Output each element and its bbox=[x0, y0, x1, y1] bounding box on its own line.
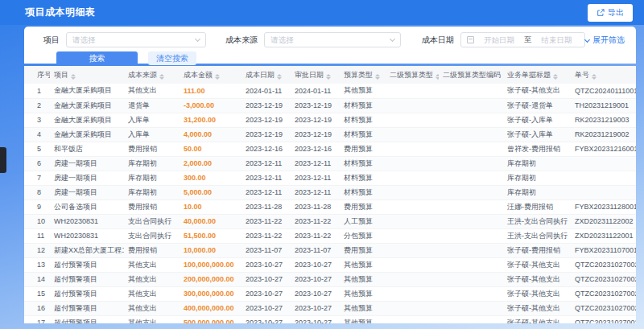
table-cell: 5 bbox=[24, 142, 50, 156]
export-button[interactable]: 导出 bbox=[588, 4, 633, 22]
table-cell bbox=[439, 199, 503, 214]
export-button-label: 导出 bbox=[608, 7, 624, 19]
drawer-handle[interactable] bbox=[0, 147, 6, 173]
table-cell: 超付预警项目 bbox=[50, 286, 124, 301]
clear-search-button[interactable]: 清空搜索 bbox=[148, 51, 196, 65]
table-cell bbox=[386, 272, 439, 286]
table-cell: 其他支出 bbox=[124, 301, 180, 315]
table-cell: 2023-12-19 bbox=[291, 98, 340, 113]
date-start-input[interactable] bbox=[478, 35, 520, 44]
table-cell: 2023-11-22 bbox=[291, 228, 340, 243]
table-cell: 王洪-支出合同执行 bbox=[503, 228, 571, 243]
table-cell: 2023-12-11 bbox=[291, 185, 340, 199]
table-row[interactable]: 15超付预警项目其他支出300,000,000.002023-10-272023… bbox=[24, 286, 636, 301]
table-cell: 2,000.00 bbox=[180, 156, 242, 171]
table-cell: TH20231219001 bbox=[571, 98, 636, 113]
table-row[interactable]: 9公司备选项目费用报销10.002023-11-282023-11-28费用预算… bbox=[24, 199, 636, 214]
table-cell: 库存期初 bbox=[503, 185, 571, 199]
table-cell: 张子硕-其他支出 bbox=[503, 286, 571, 301]
column-header[interactable]: 成本金额 bbox=[180, 66, 242, 84]
table-row[interactable]: 3金融大厦采购项目入库单31,200.002023-12-192023-12-1… bbox=[24, 113, 636, 127]
table-cell: 2023-10-27 bbox=[242, 315, 291, 323]
cost-table-panel: 序号项目成本来源成本金额成本日期审批日期预算类型二级预算类型二级预算类型编码业务… bbox=[24, 66, 636, 323]
table-cell: 2023-11-28 bbox=[242, 199, 291, 214]
table-cell: 支出合同执行 bbox=[124, 214, 180, 228]
table-cell: 其他预算 bbox=[340, 315, 386, 323]
table-cell: 库存期初 bbox=[124, 171, 180, 185]
table-cell: 材料预算 bbox=[340, 156, 386, 171]
date-end-input[interactable] bbox=[536, 35, 578, 44]
table-cell: 其他预算 bbox=[340, 257, 386, 272]
table-row[interactable]: 16超付预警项目其他支出400,000,000.002023-10-272023… bbox=[24, 301, 636, 315]
table-cell: 费用报销 bbox=[124, 142, 180, 156]
table-cell bbox=[386, 113, 439, 127]
table-cell: 111.00 bbox=[180, 84, 242, 98]
project-filter-label: 项目 bbox=[43, 35, 60, 46]
table-cell bbox=[439, 301, 503, 315]
date-range-picker[interactable]: 至 bbox=[460, 32, 585, 47]
column-header[interactable]: 业务单据标题 bbox=[503, 66, 571, 84]
column-header[interactable]: 成本日期 bbox=[242, 66, 291, 84]
table-cell: 14 bbox=[24, 272, 50, 286]
table-cell bbox=[386, 98, 439, 113]
table-row[interactable]: 10WH20230831支出合同执行40,000.002023-11-22202… bbox=[24, 214, 636, 228]
table-cell: 汪娜-费用报销 bbox=[503, 199, 571, 214]
table-cell: 费用报销 bbox=[124, 199, 180, 214]
column-header-label: 二级预算类型编码 bbox=[443, 71, 501, 79]
column-header[interactable]: 二级预算类型 bbox=[386, 66, 439, 84]
column-header[interactable]: 项目 bbox=[50, 66, 124, 84]
table-row[interactable]: 5和平饭店费用报销50.002023-12-162023-12-16费用预算曾祥… bbox=[24, 142, 636, 156]
source-select-input[interactable] bbox=[270, 35, 390, 44]
table-cell: 2023-12-19 bbox=[242, 127, 291, 142]
sort-caret-icon bbox=[375, 74, 380, 80]
table-row[interactable]: 6房建一期项目库存期初2,000.002023-12-112023-12-11材… bbox=[24, 156, 636, 171]
expand-filters-link[interactable]: 展开筛选 bbox=[585, 35, 625, 46]
table-cell: 2023-11-07 bbox=[291, 243, 340, 257]
table-row[interactable]: 1金融大厦采购项目其他支出111.002024-01-112024-01-11其… bbox=[24, 84, 636, 98]
table-cell: 2023-10-27 bbox=[242, 286, 291, 301]
column-header[interactable]: 二级预算类型编码 bbox=[439, 66, 503, 84]
source-select[interactable] bbox=[264, 32, 401, 47]
table-cell: 金融大厦采购项目 bbox=[50, 113, 124, 127]
table-row[interactable]: 17超付预警项目其他支出500,000,000.002023-10-272023… bbox=[24, 315, 636, 323]
project-select-input[interactable] bbox=[72, 35, 196, 44]
table-cell: 张子硕-入库单 bbox=[503, 113, 571, 127]
table-cell: 房建一期项目 bbox=[50, 171, 124, 185]
table-row[interactable]: 13超付预警项目其他支出100,000,000.002023-10-272023… bbox=[24, 257, 636, 272]
table-cell: 4 bbox=[24, 127, 50, 142]
table-cell: 2023-10-27 bbox=[291, 286, 340, 301]
column-header[interactable]: 审批日期 bbox=[291, 66, 340, 84]
table-row[interactable]: 8房建一期项目库存期初5,000.002023-12-112023-12-11材… bbox=[24, 185, 636, 199]
column-header: 序号 bbox=[24, 66, 50, 84]
table-row[interactable]: 7房建一期项目库存期初300.002023-12-112023-12-11材料预… bbox=[24, 171, 636, 185]
table-cell bbox=[439, 257, 503, 272]
calendar-icon bbox=[467, 36, 474, 43]
table-cell: 入库单 bbox=[124, 127, 180, 142]
table-row[interactable]: 14超付预警项目其他支出200,000,000.002023-10-272023… bbox=[24, 272, 636, 286]
table-cell: 2023-12-11 bbox=[291, 171, 340, 185]
table-cell: 张子硕-其他支出 bbox=[503, 257, 571, 272]
table-cell: 金融大厦采购项目 bbox=[50, 127, 124, 142]
column-header[interactable]: 单号 bbox=[571, 66, 636, 84]
table-cell bbox=[439, 315, 503, 323]
table-cell: 6 bbox=[24, 156, 50, 171]
table-cell bbox=[386, 127, 439, 142]
table-row[interactable]: 4金融大厦采购项目入库单4,000.002023-12-192023-12-19… bbox=[24, 127, 636, 142]
table-cell: 分包预算 bbox=[340, 228, 386, 243]
table-cell: 2023-12-11 bbox=[291, 156, 340, 171]
table-row[interactable]: 11WH20230831支出合同执行51,500.002023-11-22202… bbox=[24, 228, 636, 243]
table-cell: 2023-11-07 bbox=[242, 243, 291, 257]
table-cell: 其他支出 bbox=[124, 257, 180, 272]
table-cell: 其他预算 bbox=[340, 286, 386, 301]
table-cell: 500,000,000.00 bbox=[180, 315, 242, 323]
column-header[interactable]: 成本来源 bbox=[124, 66, 180, 84]
table-cell: 2023-12-11 bbox=[242, 185, 291, 199]
column-header[interactable]: 预算类型 bbox=[340, 66, 386, 84]
search-button[interactable]: 搜索 bbox=[56, 51, 138, 65]
table-row[interactable]: 12新建XX总部大厦工程二期费用报销10,000.002023-11-07202… bbox=[24, 243, 636, 257]
column-header-label: 序号 bbox=[37, 71, 50, 79]
column-header-label: 单号 bbox=[575, 71, 589, 79]
table-row[interactable]: 2金融大厦采购项目退货单-3,000.002023-12-192023-12-1… bbox=[24, 98, 636, 113]
project-select[interactable] bbox=[66, 32, 206, 47]
table-cell bbox=[439, 142, 503, 156]
